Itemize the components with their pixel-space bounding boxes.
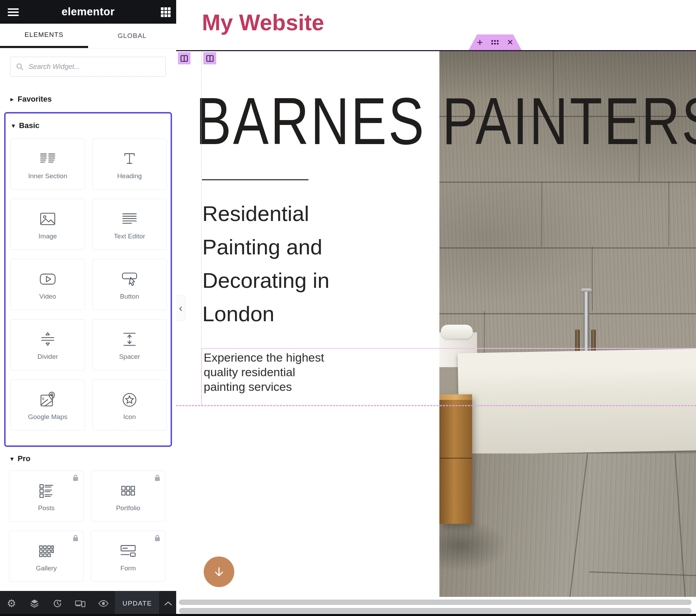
section-pro-label: Pro bbox=[18, 454, 31, 463]
site-title: My Website bbox=[202, 10, 324, 35]
settings-button[interactable]: ⚙ bbox=[0, 591, 23, 616]
hero-body-text[interactable]: Experience the highest quality residenti… bbox=[204, 350, 329, 394]
expanded-triangle-icon: ▾ bbox=[10, 455, 14, 463]
update-button[interactable]: UPDATE bbox=[115, 591, 159, 616]
pro-widget-grid: Posts Portfolio Gallery Form bbox=[9, 471, 165, 582]
hero-heading[interactable]: BARNES PAINTERS bbox=[196, 88, 696, 155]
column-handle[interactable] bbox=[178, 52, 190, 64]
star-circle-icon bbox=[119, 389, 140, 410]
apps-grid-icon[interactable] bbox=[161, 7, 171, 17]
towel-shape bbox=[441, 325, 473, 339]
delete-section-icon[interactable]: ✕ bbox=[507, 38, 513, 47]
widget-label: Inner Section bbox=[28, 172, 67, 180]
google-maps-icon: g bbox=[38, 389, 58, 410]
widget-card-gallery[interactable]: Gallery bbox=[9, 531, 84, 582]
horizontal-scrollbar[interactable] bbox=[179, 600, 691, 605]
widget-label: Divider bbox=[37, 353, 58, 361]
devices-icon bbox=[75, 598, 86, 609]
expand-save-options-button[interactable] bbox=[159, 591, 176, 616]
inner-section-icon bbox=[38, 149, 58, 169]
bathtub-shape bbox=[458, 349, 696, 455]
widget-outline-bottom-dashed bbox=[176, 405, 696, 406]
widget-outline-left bbox=[201, 348, 202, 406]
widget-label: Button bbox=[120, 293, 139, 300]
horizontal-scrollbar[interactable] bbox=[179, 608, 691, 614]
responsive-mode-button[interactable] bbox=[69, 591, 92, 616]
section-favorites-label: Favorites bbox=[18, 95, 52, 104]
expanded-triangle-icon: ▾ bbox=[12, 122, 15, 129]
image-icon bbox=[38, 209, 58, 229]
widget-card-posts[interactable]: Posts bbox=[9, 471, 84, 522]
scroll-down-button[interactable] bbox=[204, 556, 234, 587]
section-outline-top bbox=[176, 50, 696, 51]
widget-card-divider[interactable]: Divider bbox=[10, 319, 85, 370]
section-favorites-header[interactable]: ▸ Favorites bbox=[10, 95, 52, 104]
tab-global[interactable]: GLOBAL bbox=[88, 24, 176, 48]
widget-label: Image bbox=[39, 232, 57, 240]
posts-icon bbox=[36, 481, 56, 501]
widget-label: Heading bbox=[117, 172, 142, 180]
history-icon bbox=[52, 598, 63, 609]
caret-up-icon bbox=[164, 600, 173, 607]
button-icon bbox=[119, 269, 140, 289]
lock-icon bbox=[71, 534, 80, 542]
layers-icon bbox=[29, 598, 40, 609]
column-handle[interactable] bbox=[203, 52, 216, 64]
widget-card-heading[interactable]: Heading bbox=[92, 139, 167, 190]
window-bottom-edge bbox=[0, 614, 696, 616]
gear-icon: ⚙ bbox=[7, 598, 16, 609]
widget-card-text-editor[interactable]: Text Editor bbox=[92, 199, 167, 250]
widget-label: Posts bbox=[38, 504, 55, 512]
panel-collapse-button[interactable]: ‹ bbox=[176, 295, 186, 321]
history-button[interactable] bbox=[46, 591, 69, 616]
widget-card-button[interactable]: Button bbox=[92, 259, 167, 310]
form-icon bbox=[118, 541, 138, 561]
tab-elements[interactable]: ELEMENTS bbox=[0, 24, 88, 48]
widget-outline-top bbox=[201, 348, 696, 349]
divider-icon bbox=[38, 329, 58, 349]
elementor-panel: elementor ELEMENTS GLOBAL ▸ Favorites ▾ … bbox=[0, 0, 177, 616]
portfolio-icon bbox=[118, 481, 138, 501]
heading-icon bbox=[119, 149, 140, 169]
widget-label: Gallery bbox=[36, 564, 57, 572]
navigator-button[interactable] bbox=[23, 591, 46, 616]
search-icon bbox=[16, 63, 24, 71]
widget-card-image[interactable]: Image bbox=[10, 199, 85, 250]
hero-subheading[interactable]: Residential Painting and Decorating in L… bbox=[202, 197, 352, 331]
widget-card-form[interactable]: Form bbox=[91, 531, 165, 582]
widget-card-inner-section[interactable]: Inner Section bbox=[10, 139, 85, 190]
cabinet-shadow bbox=[439, 518, 533, 587]
lock-icon bbox=[71, 474, 80, 482]
widget-card-icon[interactable]: Icon bbox=[92, 379, 167, 431]
widget-search bbox=[10, 57, 166, 77]
video-icon bbox=[38, 269, 58, 289]
gallery-icon bbox=[36, 541, 56, 561]
widget-label: Portfolio bbox=[116, 504, 140, 512]
widget-card-portfolio[interactable]: Portfolio bbox=[91, 471, 165, 522]
section-basic-header[interactable]: ▾ Basic bbox=[12, 121, 39, 130]
section-pro-header[interactable]: ▾ Pro bbox=[10, 454, 30, 463]
wood-cabinet-top bbox=[439, 394, 472, 400]
down-arrow-icon bbox=[212, 565, 226, 579]
lock-icon bbox=[153, 474, 162, 482]
widget-label: Video bbox=[39, 293, 56, 300]
preview-button[interactable] bbox=[92, 591, 115, 616]
section-handle: + ✕ bbox=[469, 34, 522, 50]
widget-card-video[interactable]: Video bbox=[10, 259, 85, 310]
hero-divider[interactable] bbox=[202, 179, 308, 180]
elementor-logo: elementor bbox=[0, 6, 176, 18]
search-input[interactable] bbox=[10, 57, 166, 77]
wood-cabinet-shape bbox=[439, 394, 472, 524]
widget-card-spacer[interactable]: Spacer bbox=[92, 319, 167, 370]
basic-widget-grid: Inner Section Heading Image Text Editor bbox=[10, 139, 167, 431]
widget-label: Text Editor bbox=[114, 232, 145, 240]
add-section-icon[interactable]: + bbox=[477, 37, 483, 48]
tile-joint bbox=[592, 246, 593, 311]
drag-section-icon[interactable] bbox=[491, 40, 499, 45]
lock-icon bbox=[153, 534, 162, 542]
widget-card-google-maps[interactable]: g Google Maps bbox=[10, 379, 85, 431]
panel-footer-toolbar: ⚙ UPDATE bbox=[0, 591, 176, 616]
elementor-editor: elementor ELEMENTS GLOBAL ▸ Favorites ▾ … bbox=[0, 0, 696, 616]
faucet-shape bbox=[584, 292, 589, 356]
tile-joint bbox=[668, 182, 669, 246]
